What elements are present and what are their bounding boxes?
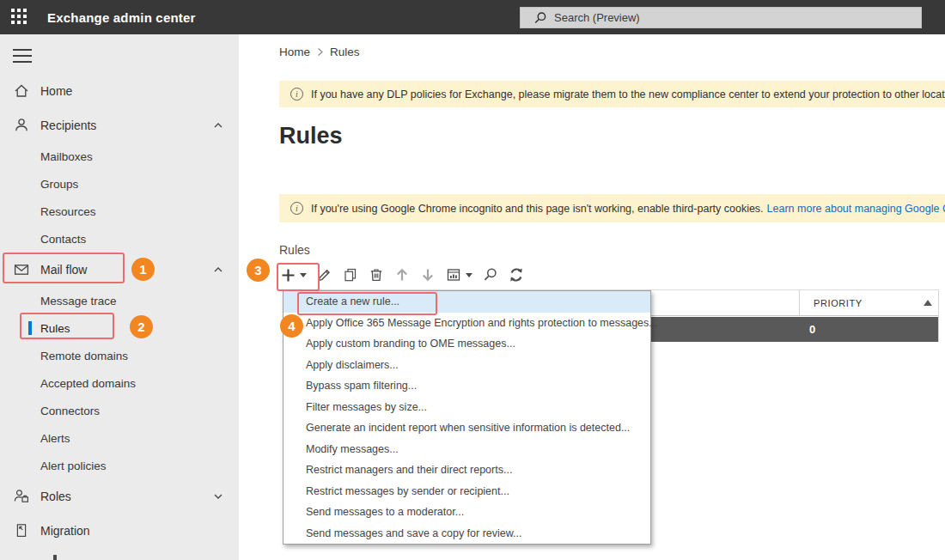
sidebar-item-message-trace[interactable]: Message trace — [0, 287, 239, 314]
sidebar-item-label: Roles — [40, 490, 71, 503]
dlp-banner-text: If you have any DLP policies for Exchang… — [311, 88, 945, 100]
chrome-banner-text: If you're using Google Chrome incognito … — [311, 203, 764, 215]
dlp-info-banner: i If you have any DLP policies for Excha… — [279, 81, 945, 107]
view-options-button[interactable] — [444, 264, 474, 286]
app-title: Exchange admin center — [47, 10, 196, 25]
trash-icon — [369, 267, 384, 283]
menu-item-apply-ome-encryption[interactable]: Apply Office 365 Message Encryption and … — [284, 313, 650, 334]
delete-rule-button[interactable] — [367, 264, 386, 286]
sidebar-item-label: Mail flow — [40, 263, 87, 277]
menu-item-restrict-managers[interactable]: Restrict managers and their direct repor… — [284, 460, 650, 481]
home-icon — [13, 82, 30, 100]
sidebar-item-label: Alert policies — [40, 460, 107, 472]
menu-item-filter-by-size[interactable]: Filter messages by size... — [284, 397, 650, 418]
sidebar-item-remote-domains[interactable]: Remote domains — [0, 342, 239, 369]
rules-section-label: Rules — [279, 243, 310, 257]
breadcrumb-home-link[interactable]: Home — [279, 46, 310, 58]
menu-item-apply-disclaimers[interactable]: Apply disclaimers... — [284, 355, 650, 376]
envelope-icon — [13, 261, 30, 278]
menu-item-send-and-save-copy[interactable]: Send messages and save a copy for review… — [284, 523, 650, 545]
column-divider — [799, 290, 800, 315]
sidebar-item-roles[interactable]: Roles — [0, 479, 239, 514]
menu-item-restrict-by-sender-recipient[interactable]: Restrict messages by sender or recipient… — [284, 481, 650, 502]
learn-more-link[interactable]: Learn more about managing Google Chrome — [767, 203, 945, 215]
sidebar-item-connectors[interactable]: Connectors — [0, 397, 239, 424]
move-down-button — [418, 264, 437, 286]
refresh-button[interactable] — [507, 264, 526, 286]
sidebar-item-mail-flow[interactable]: Mail flow — [0, 253, 239, 287]
search-rules-button[interactable] — [481, 264, 500, 286]
sidebar-item-label: Contacts — [40, 233, 86, 246]
sort-ascending-icon — [924, 300, 932, 306]
sidebar-item-recipients[interactable]: Recipients — [0, 108, 239, 143]
chevron-right-icon — [316, 47, 324, 57]
sidebar-item-label: Home — [40, 84, 72, 98]
sidebar-item-home[interactable]: Home — [0, 74, 239, 108]
edit-rule-button[interactable] — [315, 264, 334, 286]
sidebar-item-accepted-domains[interactable]: Accepted domains — [0, 369, 239, 397]
sidebar-item-resources[interactable]: Resources — [0, 198, 239, 225]
chevron-up-icon — [212, 119, 224, 131]
sidebar-item-label: Mailboxes — [40, 150, 93, 163]
dropdown-caret-icon — [466, 273, 472, 277]
nav-list: Home Recipients Mailboxes Groups Resourc… — [0, 74, 239, 548]
sidebar-item-label: Migration — [40, 524, 90, 538]
sidebar-item-alerts[interactable]: Alerts — [0, 424, 239, 452]
menu-item-create-new-rule[interactable]: Create a new rule... — [284, 291, 650, 313]
breadcrumb: Home Rules — [279, 46, 360, 58]
rules-toolbar — [279, 261, 526, 289]
sidebar-item-contacts[interactable]: Contacts — [0, 225, 239, 253]
sidebar-item-label: Connectors — [40, 405, 100, 417]
sidebar-item-label: Alerts — [40, 432, 70, 445]
sidebar-item-label: Accepted domains — [40, 377, 136, 390]
report-view-icon — [446, 267, 461, 283]
magnifier-icon — [483, 267, 498, 283]
sidebar-item-mailboxes[interactable]: Mailboxes — [0, 143, 239, 170]
sidebar-item-label: Message trace — [40, 295, 117, 307]
sidebar-item-label: Recipients — [40, 119, 96, 132]
pencil-icon — [317, 267, 332, 283]
menu-item-bypass-spam-filtering[interactable]: Bypass spam filtering... — [284, 375, 650, 397]
dropdown-caret-icon — [300, 273, 307, 277]
search-icon — [533, 11, 547, 25]
left-nav-sidebar: Home Recipients Mailboxes Groups Resourc… — [0, 34, 239, 560]
add-rule-button[interactable] — [279, 264, 308, 286]
selected-indicator-bar — [28, 321, 32, 335]
sidebar-item-rules[interactable]: Rules — [0, 314, 239, 342]
priority-cell: 0 — [809, 323, 815, 336]
sidebar-item-alert-policies[interactable]: Alert policies — [0, 452, 239, 479]
app-launcher-waffle-icon[interactable] — [11, 9, 28, 26]
priority-column-header[interactable]: PRIORITY — [814, 290, 863, 315]
sidebar-item-label: Rules — [40, 322, 70, 335]
breadcrumb-current-page: Rules — [330, 46, 360, 58]
info-icon: i — [290, 88, 303, 100]
sidebar-item-label: Remote domains — [40, 350, 128, 362]
search-input[interactable] — [554, 11, 881, 24]
sidebar-item-migration[interactable]: Migration — [0, 514, 239, 548]
chrome-cookies-banner: i If you're using Google Chrome incognit… — [279, 194, 945, 222]
menu-item-generate-incident-report[interactable]: Generate an incident report when sensiti… — [284, 417, 650, 439]
arrow-up-icon — [394, 267, 410, 283]
menu-item-send-to-moderator[interactable]: Send messages to a moderator... — [284, 502, 650, 523]
copy-icon — [343, 267, 358, 283]
main-content: Home Rules i If you have any DLP policie… — [239, 34, 945, 560]
exchange-admin-center-window: Exchange admin center Home Recipie — [0, 0, 945, 560]
hamburger-menu-icon[interactable] — [13, 49, 34, 63]
plus-icon — [281, 268, 296, 283]
new-rule-dropdown-menu: Create a new rule... Apply Office 365 Me… — [283, 290, 651, 545]
migration-document-icon — [13, 522, 30, 539]
menu-item-modify-messages[interactable]: Modify messages... — [284, 439, 650, 460]
sidebar-item-groups[interactable]: Groups — [0, 170, 239, 198]
chevron-up-icon — [212, 264, 224, 276]
move-up-button — [393, 264, 412, 286]
roles-person-icon — [13, 488, 30, 505]
menu-item-apply-custom-branding[interactable]: Apply custom branding to OME messages... — [284, 333, 650, 355]
top-app-bar: Exchange admin center — [0, 0, 945, 34]
search-box[interactable] — [520, 7, 922, 28]
priority-header-label: PRIORITY — [814, 298, 863, 308]
page-title: Rules — [279, 123, 343, 149]
info-icon: i — [290, 202, 303, 215]
copy-rule-button[interactable] — [341, 264, 360, 286]
refresh-icon — [509, 267, 524, 283]
chevron-down-icon — [212, 490, 224, 502]
